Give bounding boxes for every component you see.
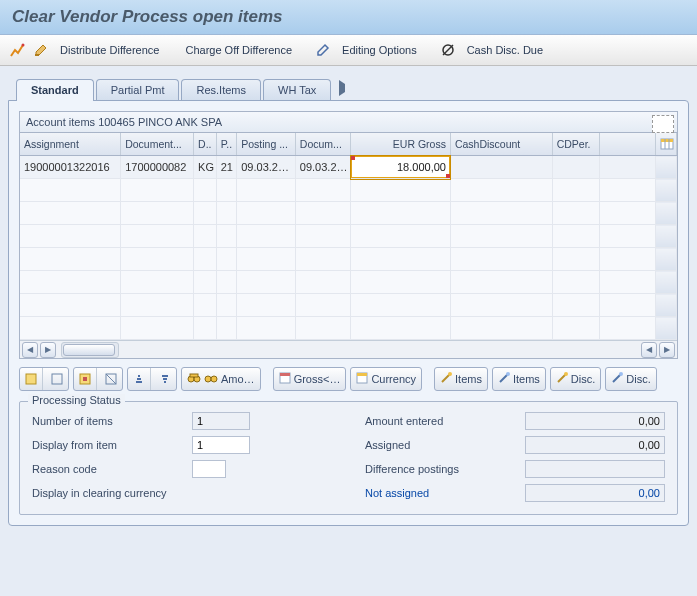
action-button-row: Amo… Gross<… Currency Items Items [19,367,678,391]
find-label: Amo… [221,373,255,385]
col-eur-gross[interactable]: EUR Gross [351,133,451,156]
svg-rect-9 [52,374,62,384]
select-icon [20,368,43,390]
tab-panel-standard: Account items 100465 PINCO ANK SPA Assig… [8,100,689,526]
grid-hscroll[interactable]: ◀ ▶ ◀ ▶ [20,340,677,358]
workarea: Standard Partial Pmt Res.Items WH Tax Ac… [0,66,697,596]
difference-postings-label: Difference postings [365,463,525,475]
cell-assignment[interactable]: 19000001322016 [20,156,121,179]
disc-deactivate-button[interactable]: Disc. [605,367,656,391]
svg-point-18 [211,376,217,382]
grid-title-input[interactable] [652,115,674,133]
svg-rect-22 [357,373,367,376]
grid-yellow-icon [356,372,368,386]
scroll-right-icon[interactable]: ▶ [40,342,56,358]
sort-button[interactable] [127,367,177,391]
col-cash-discount[interactable]: CashDiscount [450,133,552,156]
account-items-grid: Account items 100465 PINCO ANK SPA Assig… [19,111,678,359]
col-p[interactable]: P.. [216,133,237,156]
display-from-item-field[interactable] [192,436,250,454]
currency-button[interactable]: Currency [350,367,422,391]
difference-postings-field [525,460,665,478]
svg-rect-20 [280,373,290,376]
sort-asc-icon [128,368,151,390]
strike-icon[interactable] [439,41,457,59]
scroll-left-icon[interactable]: ◀ [22,342,38,358]
cell-config-col [656,156,677,179]
wand-blue2-icon [611,372,623,386]
reason-code-field[interactable] [192,460,226,478]
tab-scroll-icon[interactable] [339,80,353,96]
col-posting[interactable]: Posting ... [237,133,296,156]
amount-entered-label: Amount entered [365,415,525,427]
scroll-right2-icon[interactable]: ▶ [659,342,675,358]
items-deactivate-button[interactable]: Items [492,367,546,391]
select-all-button[interactable] [73,367,123,391]
cell-document[interactable]: 1700000082 [121,156,194,179]
wand-yellow2-icon [556,372,568,386]
svg-point-28 [564,372,568,376]
binoculars2-icon [204,372,218,386]
grid-header-row: Assignment Document... D.. P.. Posting .… [20,133,677,156]
chart-icon[interactable] [8,41,26,59]
gross-button[interactable]: Gross<… [273,367,347,391]
table-row[interactable]: 19000001322016 1700000082 KG 21 09.03.2…… [20,156,677,179]
cell-docum[interactable]: 09.03.2… [295,156,350,179]
reason-code-label: Reason code [32,463,192,475]
disc1-label: Disc. [571,373,595,385]
col-d[interactable]: D.. [194,133,217,156]
col-cdper[interactable]: CDPer. [552,133,599,156]
cell-cdper[interactable] [552,156,599,179]
deselect-icon [46,368,68,390]
tab-res-items[interactable]: Res.Items [181,79,261,100]
cell-cash-discount[interactable] [450,156,552,179]
display-from-item-label: Display from item [32,439,192,451]
assigned-field [525,436,665,454]
edit-icon[interactable] [32,41,50,59]
cell-eur-gross[interactable]: 18.000,00 [351,156,451,179]
editing-options-link[interactable]: Editing Options [338,44,421,56]
processing-status-group: Processing Status Number of items Amount… [19,401,678,515]
tab-wh-tax[interactable]: WH Tax [263,79,331,100]
deselect-all-icon [100,368,122,390]
svg-point-26 [506,372,510,376]
pencil-icon[interactable] [314,41,332,59]
col-document[interactable]: Document... [121,133,194,156]
col-assignment[interactable]: Assignment [20,133,121,156]
cash-disc-due-link[interactable]: Cash Disc. Due [463,44,547,56]
cell-d[interactable]: KG [194,156,217,179]
number-of-items-label: Number of items [32,415,192,427]
items-activate-button[interactable]: Items [434,367,488,391]
svg-rect-5 [661,139,673,142]
svg-rect-11 [83,377,87,381]
cell-posting[interactable]: 09.03.2… [237,156,296,179]
distribute-difference-link[interactable]: Distribute Difference [56,44,163,56]
select-all-icon [74,368,97,390]
find-button[interactable]: Amo… [181,367,261,391]
grid-config-icon[interactable] [656,133,677,156]
svg-point-0 [22,44,25,47]
not-assigned-link[interactable]: Not assigned [365,487,525,499]
currency-label: Currency [371,373,416,385]
col-docum[interactable]: Docum... [295,133,350,156]
binoculars-icon [187,372,201,386]
grid-red-icon [279,372,291,386]
col-spare [599,133,656,156]
wand-yellow-icon [440,372,452,386]
tab-standard[interactable]: Standard [16,79,94,100]
svg-rect-16 [190,374,198,377]
grid-title-text: Account items 100465 PINCO ANK SPA [26,116,222,128]
svg-line-13 [106,374,116,384]
not-assigned-field [525,484,665,502]
sort-desc-icon [154,368,176,390]
charge-off-difference-link[interactable]: Charge Off Difference [181,44,296,56]
svg-rect-8 [26,374,36,384]
cell-p[interactable]: 21 [216,156,237,179]
number-of-items-field [192,412,250,430]
disc-activate-button[interactable]: Disc. [550,367,601,391]
items2-label: Items [513,373,540,385]
select-block-button[interactable] [19,367,69,391]
disc2-label: Disc. [626,373,650,385]
tab-partial-pmt[interactable]: Partial Pmt [96,79,180,100]
scroll-left2-icon[interactable]: ◀ [641,342,657,358]
